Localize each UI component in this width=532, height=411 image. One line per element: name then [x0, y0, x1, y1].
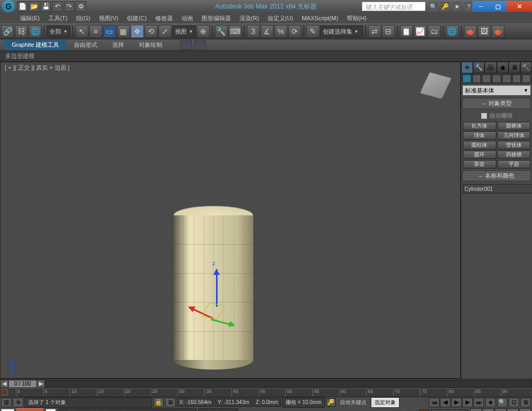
- add-time-tag[interactable]: 添加时间标记: [198, 408, 238, 412]
- ribbon-help-icon[interactable]: [194, 40, 206, 50]
- geometry-subtab-icon[interactable]: [462, 74, 471, 83]
- select-button[interactable]: ↖: [76, 25, 88, 38]
- keyboard-shortcut-button[interactable]: ⌨: [229, 25, 242, 38]
- link-button[interactable]: 🔗: [1, 25, 14, 38]
- object-name-input[interactable]: [463, 184, 532, 194]
- coord-y[interactable]: Y: -311.343m: [215, 398, 252, 407]
- open-icon[interactable]: 📂: [29, 1, 39, 12]
- refcoord-dropdown[interactable]: 视图: [172, 26, 196, 37]
- menu-tools[interactable]: 工具(T): [44, 13, 72, 23]
- fov-icon[interactable]: [507, 408, 519, 412]
- utilities-tab-icon[interactable]: 🔨: [520, 62, 532, 73]
- angle-snap-button[interactable]: ∡: [261, 25, 273, 38]
- systems-subtab-icon[interactable]: [522, 74, 531, 83]
- curve-editor-button[interactable]: 📈: [414, 25, 427, 38]
- viewcube[interactable]: [420, 71, 452, 103]
- trackbar-toggle-icon[interactable]: [2, 389, 8, 396]
- prim-torus-button[interactable]: 圆环: [463, 150, 496, 159]
- layers-button[interactable]: 📋: [400, 25, 413, 38]
- maximize-viewport-icon[interactable]: [519, 408, 531, 412]
- curveeditor-icon[interactable]: ≋: [13, 398, 23, 407]
- render-setup-button[interactable]: 🫖: [464, 25, 477, 38]
- window-crossing-button[interactable]: ▦: [117, 25, 130, 38]
- align-button[interactable]: ⊟: [382, 25, 395, 38]
- render-frame-button[interactable]: 🖼: [478, 25, 491, 38]
- schematic-button[interactable]: 🗂: [428, 25, 440, 38]
- hierarchy-tab-icon[interactable]: 品: [485, 62, 496, 73]
- prim-sphere-button[interactable]: 球体: [463, 131, 496, 140]
- ribbon-tab-graphite[interactable]: Graphite 建模工具: [4, 40, 66, 51]
- goto-start-icon[interactable]: ⏮: [429, 398, 439, 407]
- bind-button[interactable]: 🌐: [29, 25, 41, 38]
- editnamed-button[interactable]: ✎: [306, 25, 319, 38]
- autokey-button[interactable]: 自动关键点: [337, 398, 370, 407]
- key-icon[interactable]: 🔑: [326, 398, 336, 407]
- subscription-icon[interactable]: 🔑: [440, 2, 450, 11]
- mirror-button[interactable]: ⇄: [368, 25, 381, 38]
- nextframe-button[interactable]: ▶: [37, 380, 45, 388]
- lights-subtab-icon[interactable]: [482, 74, 491, 83]
- menu-customize[interactable]: 自定义(U): [263, 13, 297, 23]
- timeline-ruler[interactable]: 0 5 10 15 20 25 30 35 40 45 50 55 60 65 …: [0, 388, 532, 397]
- viewport-label[interactable]: [ + ][ 正交 ][ 真实 + 边面 ]: [5, 64, 70, 72]
- trackbar-icon[interactable]: ▥: [1, 398, 12, 407]
- rectangular-region-button[interactable]: ▭: [103, 25, 116, 38]
- rollout-object-type[interactable]: 对象类型: [462, 98, 531, 109]
- goto-end-icon[interactable]: ⏭: [473, 398, 484, 407]
- menu-grapheditors[interactable]: 图形编辑器: [197, 13, 235, 23]
- create-tab-icon[interactable]: ✳: [461, 62, 473, 73]
- maxscript-input[interactable]: [46, 409, 56, 411]
- time-slider[interactable]: ◀ 0 / 100 ▶: [0, 379, 532, 388]
- rollout-name-color[interactable]: 名称和颜色: [462, 170, 531, 181]
- prim-box-button[interactable]: 长方体: [463, 122, 496, 130]
- select-manipulate-button[interactable]: 🔧: [215, 25, 228, 38]
- save-icon[interactable]: 💾: [40, 1, 51, 12]
- named-selection-dropdown[interactable]: 创建选择集: [320, 26, 363, 37]
- helpers-subtab-icon[interactable]: [502, 74, 511, 83]
- isolate-icon[interactable]: ◈: [485, 398, 496, 407]
- maxscript-line-label[interactable]: 所在行:: [16, 408, 44, 412]
- zoomall-icon[interactable]: ⊡: [509, 398, 519, 407]
- modify-tab-icon[interactable]: 🔧: [473, 62, 485, 73]
- setkey-icon[interactable]: [419, 409, 429, 412]
- minimize-button[interactable]: ─: [472, 1, 489, 12]
- ribbon-tab-freeform[interactable]: 自由形式: [66, 40, 105, 51]
- ribbon-panel-label[interactable]: 多边形建模: [0, 51, 532, 62]
- select-scale-button[interactable]: ⤢: [159, 25, 171, 38]
- next-frame-icon[interactable]: ▶: [462, 398, 473, 407]
- percent-snap-button[interactable]: %: [275, 25, 287, 38]
- display-tab-icon[interactable]: 🖥: [509, 62, 520, 73]
- select-rotate-button[interactable]: ⟲: [145, 25, 157, 38]
- time-config-icon[interactable]: [470, 408, 482, 412]
- viewport[interactable]: [ + ][ 正交 ][ 真实 + 边面 ] z z: [0, 62, 461, 379]
- ribbon-expand-icon[interactable]: [180, 40, 192, 50]
- select-move-button[interactable]: ✥: [131, 25, 144, 38]
- render-button[interactable]: 🫖: [492, 25, 504, 38]
- primitive-category-dropdown[interactable]: 标准基本体: [463, 86, 530, 95]
- maximize-button[interactable]: ▢: [489, 1, 506, 12]
- time-slider-handle[interactable]: 0 / 100: [9, 380, 37, 388]
- pan-icon[interactable]: [483, 408, 494, 412]
- ribbon-tab-objectpaint[interactable]: 对象绘制: [131, 40, 170, 51]
- prim-plane-button[interactable]: 平面: [497, 160, 531, 169]
- zoomext-icon[interactable]: ⊞: [520, 398, 531, 407]
- lock-icon[interactable]: 🔒: [153, 398, 164, 407]
- play-icon[interactable]: ▶: [451, 398, 462, 407]
- autogrid-checkbox[interactable]: 自动栅格: [461, 110, 532, 121]
- motion-tab-icon[interactable]: ◉: [497, 62, 509, 73]
- undo-icon[interactable]: ↶: [52, 1, 63, 12]
- snap-button[interactable]: 3: [247, 25, 260, 38]
- menu-maxscript[interactable]: MAXScript(M): [297, 14, 342, 22]
- pivot-button[interactable]: ⊕: [197, 25, 210, 38]
- app-menu-button[interactable]: G: [2, 0, 15, 13]
- prim-pyramid-button[interactable]: 四棱锥: [497, 150, 531, 159]
- menu-group[interactable]: 组(G): [72, 13, 95, 23]
- menu-create[interactable]: 创建(C): [122, 13, 151, 23]
- unlink-button[interactable]: ⛓: [15, 25, 28, 38]
- redo-icon[interactable]: ↷: [64, 1, 74, 12]
- cylinder-object[interactable]: [173, 206, 253, 365]
- coord-z[interactable]: Z: 0.0mm: [253, 398, 281, 407]
- ribbon-tab-selection[interactable]: 选择: [105, 40, 131, 51]
- selection-filter-dropdown[interactable]: 全部: [47, 26, 70, 37]
- menu-rendering[interactable]: 渲染(R): [235, 13, 263, 23]
